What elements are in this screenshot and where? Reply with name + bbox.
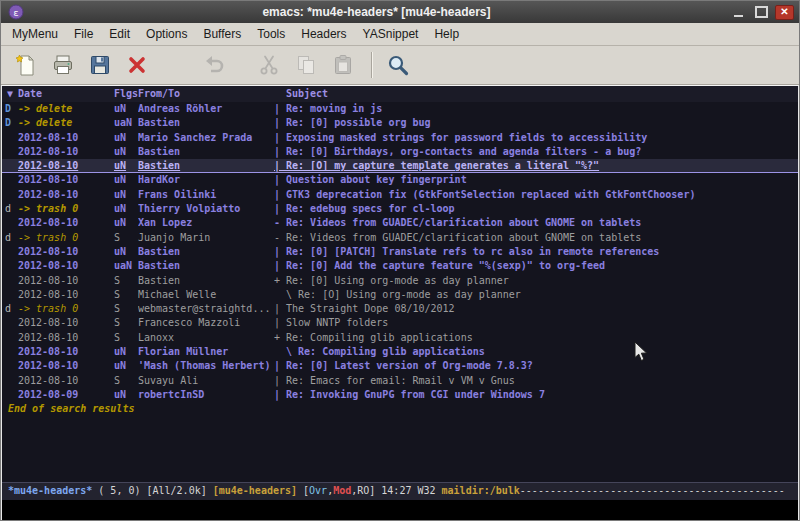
message-row[interactable]: D-> deleteuaNBastien| Re: [0] possible o… [2,116,798,130]
menu-edit[interactable]: Edit [101,23,138,45]
message-flags: uN [114,159,138,173]
modeline-segment: ----------------------------------------… [520,485,785,496]
message-subject: | Re: moving in js [274,102,798,116]
menu-bar: MyMenuFileEditOptionsBuffersToolsHeaders… [1,23,799,46]
message-row[interactable]: d-> trash 0SJuanjo Marin- Re: Videos fro… [2,231,798,245]
message-date: 2012-08-10 [18,173,114,187]
menu-options[interactable]: Options [138,23,195,45]
message-subject: | Re: [0] Latest version of Org-mode 7.8… [274,359,798,373]
search-icon[interactable] [383,50,413,80]
message-from: Bastien [138,245,274,259]
message-mark [2,359,18,373]
cut-icon[interactable] [254,50,284,80]
message-flags: uN [114,131,138,145]
message-mark [2,274,18,288]
message-row[interactable]: 2012-08-10uNHardKor| Question about key … [2,173,798,187]
close-icon[interactable] [122,50,152,80]
message-date: -> trash 0 [18,231,114,245]
message-row[interactable]: 2012-08-10SLanoxx+ Re: Compiling glib ap… [2,331,798,345]
close-button[interactable] [775,5,794,20]
message-flags: uaN [114,259,138,273]
message-flags: S [114,302,138,316]
modeline-segment: Ovr [309,485,327,496]
message-row[interactable]: d-> trash 0Swebmaster@straightd...| The … [2,302,798,316]
message-date: 2012-08-09 [18,388,114,402]
message-mark [2,159,18,173]
message-flags: uN [114,188,138,202]
message-mark [2,374,18,388]
message-flags: S [114,274,138,288]
column-header-subject[interactable]: Subject [274,86,798,102]
message-subject: | Re: Emacs for email: Rmail v VM v Gnus [274,374,798,388]
modeline-segment: *mu4e-headers* [8,485,92,496]
print-icon[interactable] [48,50,78,80]
new-file-icon[interactable] [11,50,41,80]
message-flags: S [114,331,138,345]
message-from: Frans Oilinki [138,188,274,202]
maximize-button[interactable] [752,5,771,20]
message-date: 2012-08-10 [18,316,114,330]
message-subject: | Slow NNTP folders [274,316,798,330]
message-row[interactable]: 2012-08-10uNFrans Oilinki| GTK3 deprecat… [2,188,798,202]
message-from: Thierry Volpiatto [138,202,274,216]
message-from: Andreas Röhler [138,102,274,116]
minibuffer[interactable] [2,500,798,520]
message-date: 2012-08-10 [18,131,114,145]
message-date: -> trash 0 [18,302,114,316]
menu-mymenu[interactable]: MyMenu [4,23,66,45]
message-row[interactable]: 2012-08-10uNXan Lopez- Re: Videos from G… [2,216,798,230]
copy-icon[interactable] [291,50,321,80]
column-header-flags[interactable]: Flgs [114,86,138,102]
message-mark [2,259,18,273]
column-header-date[interactable]: Date [18,86,114,102]
menu-file[interactable]: File [66,23,101,45]
message-row[interactable]: 2012-08-10uaNBastien| Re: [0] Add the ca… [2,259,798,273]
message-date: 2012-08-10 [18,274,114,288]
minimize-button[interactable] [729,5,748,20]
undo-icon[interactable] [199,50,229,80]
message-from: Bastien [138,145,274,159]
message-row[interactable]: 2012-08-10uNBastien| Re: [O] my capture … [2,159,798,173]
save-icon[interactable] [85,50,115,80]
message-row[interactable]: d-> trash 0uNThierry Volpiatto| Re: edeb… [2,202,798,216]
message-flags: uN [114,245,138,259]
message-mark [2,245,18,259]
message-row[interactable]: 2012-08-10uNBastien| Re: [0] Birthdays, … [2,145,798,159]
message-flags: uN [114,145,138,159]
message-from: Bastien [138,274,274,288]
message-row[interactable]: 2012-08-10uNMario Sanchez Prada| Exposin… [2,131,798,145]
paste-icon[interactable] [328,50,358,80]
message-row[interactable]: 2012-08-10SFrancesco Mazzoli| Slow NNTP … [2,316,798,330]
menu-headers[interactable]: Headers [293,23,354,45]
message-date: 2012-08-10 [18,216,114,230]
window-controls [729,5,794,20]
message-row[interactable]: 2012-08-10SSuvayu Ali| Re: Emacs for ema… [2,374,798,388]
message-mark [2,388,18,402]
message-from: Bastien [138,259,274,273]
window-title: emacs: *mu4e-headers* [mu4e-headers] [24,5,729,19]
menu-tools[interactable]: Tools [249,23,293,45]
message-row[interactable]: 2012-08-09uNrobertcInSD| Re: Invoking Gn… [2,388,798,402]
message-row[interactable]: 2012-08-10SMichael Welle \ Re: [O] Using… [2,288,798,302]
message-date: -> trash 0 [18,202,114,216]
message-from: HardKor [138,173,274,187]
message-row[interactable]: D-> deleteuNAndreas Röhler| Re: moving i… [2,102,798,116]
message-row[interactable]: 2012-08-10uNBastien| Re: [0] [PATCH] Tra… [2,245,798,259]
message-from: Bastien [138,116,274,130]
message-subject: + Re: Compiling glib applications [274,331,798,345]
column-header-from[interactable]: From/To [138,86,274,102]
message-row[interactable]: 2012-08-10SBastien+ Re: [0] Using org-mo… [2,274,798,288]
message-flags: uN [114,216,138,230]
modeline-segment: Mod [333,485,351,496]
menu-buffers[interactable]: Buffers [195,23,249,45]
modeline-segment: [mu4e-headers] [213,485,297,496]
menu-help[interactable]: Help [426,23,467,45]
message-flags: uN [114,202,138,216]
message-row[interactable]: 2012-08-10uNFlorian Müllner \ Re: Compil… [2,345,798,359]
message-date: 2012-08-10 [18,245,114,259]
message-from: Florian Müllner [138,345,274,359]
message-row[interactable]: 2012-08-10uN'Mash (Thomas Herbert)| Re: … [2,359,798,373]
message-flags: S [114,288,138,302]
menu-yasnippet[interactable]: YASnippet [355,23,427,45]
message-flags: uN [114,345,138,359]
